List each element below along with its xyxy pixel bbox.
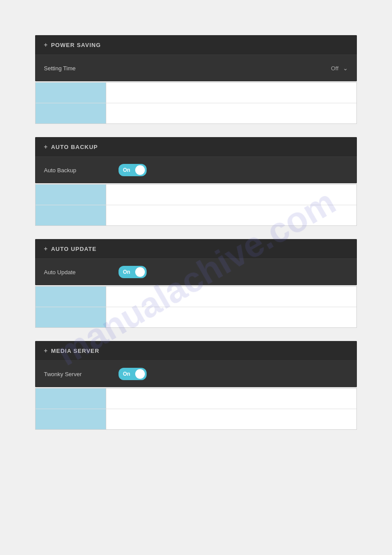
power-saving-card: + POWER SAVING Setting Time Off ⌄ xyxy=(35,35,357,81)
auto-update-title: AUTO UPDATE xyxy=(51,246,97,252)
power-saving-subrow-right-2 xyxy=(106,103,356,123)
power-saving-subrow-left-1 xyxy=(36,83,106,103)
twonky-server-label: Twonky Server xyxy=(44,371,114,377)
media-server-subrow-left-2 xyxy=(36,409,106,429)
media-server-body: Twonky Server On xyxy=(35,361,357,387)
auto-backup-subrow-2 xyxy=(36,205,356,225)
power-saving-subrow-1 xyxy=(36,83,356,103)
auto-backup-card: + AUTO BACKUP Auto Backup On xyxy=(35,137,357,183)
auto-backup-subrow-right-1 xyxy=(106,185,356,205)
auto-backup-title: AUTO BACKUP xyxy=(51,144,98,150)
media-server-header: + MEDIA SERVER xyxy=(35,341,357,361)
auto-backup-subrow-left-1 xyxy=(36,185,106,205)
auto-backup-section: + AUTO BACKUP Auto Backup On xyxy=(35,137,357,226)
media-server-subrow-right-2 xyxy=(106,409,356,429)
media-server-subrow-right-1 xyxy=(106,388,356,409)
auto-backup-toggle[interactable]: On xyxy=(119,164,147,176)
auto-update-toggle-switch[interactable]: On xyxy=(119,266,147,278)
auto-backup-toggle-switch[interactable]: On xyxy=(119,164,147,176)
setting-time-label: Setting Time xyxy=(44,65,114,72)
setting-time-value: Off xyxy=(331,65,338,72)
auto-update-section: + AUTO UPDATE Auto Update On xyxy=(35,239,357,328)
auto-backup-body: Auto Backup On xyxy=(35,157,357,183)
auto-backup-icon: + xyxy=(44,143,47,150)
twonky-server-toggle-switch[interactable]: On xyxy=(119,368,147,380)
power-saving-icon: + xyxy=(44,41,47,48)
media-server-subrows xyxy=(35,388,357,430)
power-saving-subrows xyxy=(35,82,357,124)
media-server-title: MEDIA SERVER xyxy=(51,348,99,354)
auto-backup-label: Auto Backup xyxy=(44,167,114,174)
power-saving-body: Setting Time Off ⌄ xyxy=(35,55,357,81)
auto-backup-subrows xyxy=(35,184,357,226)
media-server-card: + MEDIA SERVER Twonky Server On xyxy=(35,341,357,387)
auto-backup-subrow-right-2 xyxy=(106,205,356,225)
chevron-down-icon: ⌄ xyxy=(343,65,348,72)
power-saving-subrow-left-2 xyxy=(36,103,106,123)
auto-update-icon: + xyxy=(44,245,47,252)
twonky-server-toggle[interactable]: On xyxy=(119,368,147,380)
power-saving-subrow-2 xyxy=(36,103,356,123)
auto-update-subrow-right-1 xyxy=(106,287,356,307)
power-saving-title: POWER SAVING xyxy=(51,42,101,48)
auto-update-subrow-2 xyxy=(36,307,356,327)
media-server-subrow-left-1 xyxy=(36,388,106,409)
auto-update-toggle-knob xyxy=(135,267,145,277)
auto-update-subrow-1 xyxy=(36,287,356,307)
auto-backup-subrow-1 xyxy=(36,185,356,205)
auto-update-toggle[interactable]: On xyxy=(119,266,147,278)
power-saving-subrow-right-1 xyxy=(106,83,356,103)
auto-update-subrow-left-1 xyxy=(36,287,106,307)
auto-update-label: Auto Update xyxy=(44,269,114,276)
media-server-subrow-1 xyxy=(36,388,356,409)
auto-update-subrow-left-2 xyxy=(36,307,106,327)
auto-backup-subrow-left-2 xyxy=(36,205,106,225)
auto-backup-toggle-knob xyxy=(135,165,145,175)
auto-update-header: + AUTO UPDATE xyxy=(35,239,357,259)
power-saving-header: + POWER SAVING xyxy=(35,35,357,55)
auto-update-subrows xyxy=(35,286,357,328)
auto-update-card: + AUTO UPDATE Auto Update On xyxy=(35,239,357,285)
twonky-server-toggle-knob xyxy=(135,369,145,379)
auto-backup-header: + AUTO BACKUP xyxy=(35,137,357,157)
auto-update-body: Auto Update On xyxy=(35,259,357,285)
media-server-subrow-2 xyxy=(36,409,356,429)
media-server-icon: + xyxy=(44,347,47,354)
auto-update-subrow-right-2 xyxy=(106,307,356,327)
media-server-section: + MEDIA SERVER Twonky Server On xyxy=(35,341,357,430)
setting-time-dropdown-wrapper[interactable]: Off ⌄ xyxy=(114,65,348,72)
power-saving-section: + POWER SAVING Setting Time Off ⌄ xyxy=(35,35,357,124)
